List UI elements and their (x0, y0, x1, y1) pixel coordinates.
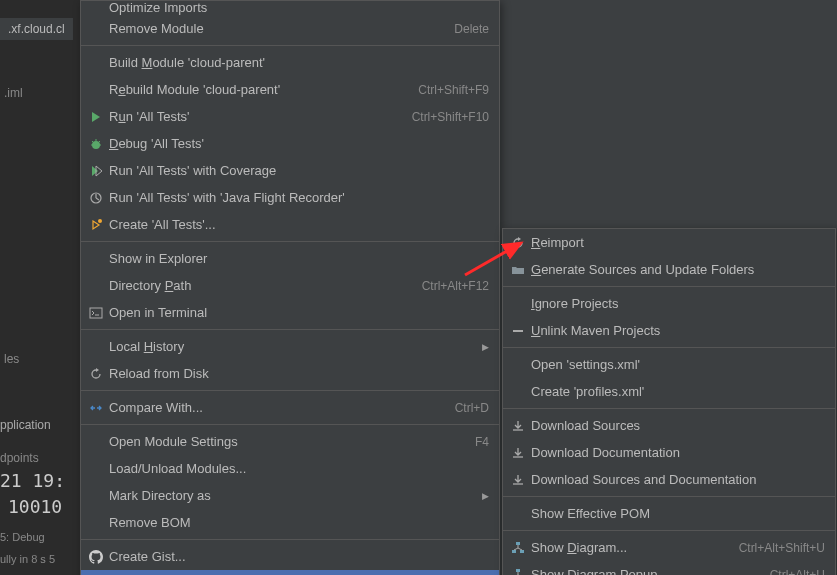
menu-item-label: Run 'All Tests' with 'Java Flight Record… (109, 190, 489, 205)
maven-item-download-documentation[interactable]: Download Documentation (503, 439, 835, 466)
menu-item-mark-directory-as[interactable]: Mark Directory as▶ (81, 482, 499, 509)
blank-icon (87, 278, 105, 294)
tab-label: .xf.cloud.cl (0, 18, 73, 40)
menu-item-label: Local History (109, 339, 474, 354)
menu-item-label: Debug 'All Tests' (109, 136, 489, 151)
create-icon (87, 217, 105, 233)
menu-item-build-module-cloud-parent[interactable]: Build Module 'cloud-parent' (81, 49, 499, 76)
maven-item-create-profiles-xml[interactable]: Create 'profiles.xml' (503, 378, 835, 405)
blank-icon (509, 384, 527, 400)
download-icon (509, 418, 527, 434)
menu-item-label: Reload from Disk (109, 366, 489, 381)
blank-icon (87, 251, 105, 267)
maven-item-show-diagram[interactable]: Show Diagram...Ctrl+Alt+Shift+U (503, 534, 835, 561)
menu-separator (81, 329, 499, 330)
menu-item-label: Create 'All Tests'... (109, 217, 489, 232)
menu-item-maven[interactable]: mMaven▶ (81, 570, 499, 575)
blank-icon (87, 82, 105, 98)
menu-item-create-all-tests[interactable]: Create 'All Tests'... (81, 211, 499, 238)
menu-shortcut: Ctrl+D (455, 401, 489, 415)
maven-item-download-sources-and-documentation[interactable]: Download Sources and Documentation (503, 466, 835, 493)
diagram-icon (509, 540, 527, 556)
menu-separator (81, 539, 499, 540)
menu-shortcut: Ctrl+Alt+F12 (422, 279, 489, 293)
menu-item-label: Open in Terminal (109, 305, 489, 320)
blank-icon (87, 339, 105, 355)
menu-item-show-in-explorer[interactable]: Show in Explorer (81, 245, 499, 272)
menu-item-directory-path[interactable]: Directory PathCtrl+Alt+F12 (81, 272, 499, 299)
menu-item-rebuild-module-cloud-parent[interactable]: Rebuild Module 'cloud-parent'Ctrl+Shift+… (81, 76, 499, 103)
menu-item-label: Open 'settings.xml' (531, 357, 825, 372)
menu-item-remove-module[interactable]: Remove ModuleDelete (81, 15, 499, 42)
menu-item-label: Unlink Maven Projects (531, 323, 825, 338)
blank-icon (87, 461, 105, 477)
menu-item-reload-from-disk[interactable]: Reload from Disk (81, 360, 499, 387)
compare-icon (87, 400, 105, 416)
blank-icon (509, 357, 527, 373)
menu-item-debug-all-tests[interactable]: Debug 'All Tests' (81, 130, 499, 157)
maven-item-ignore-projects[interactable]: Ignore Projects (503, 290, 835, 317)
reload-icon (87, 366, 105, 382)
profiler-icon (87, 190, 105, 206)
menu-item-run-all-tests[interactable]: Run 'All Tests'Ctrl+Shift+F10 (81, 103, 499, 130)
blank-icon (87, 515, 105, 531)
menu-item-label: Mark Directory as (109, 488, 474, 503)
menu-item-compare-with[interactable]: Compare With...Ctrl+D (81, 394, 499, 421)
menu-item-label: Open Module Settings (109, 434, 463, 449)
context-menu[interactable]: Optimize ImportsRemove ModuleDeleteBuild… (80, 0, 500, 575)
svg-line-4 (92, 141, 94, 143)
menu-item-label: Show in Explorer (109, 251, 489, 266)
menu-item-optimize-imports[interactable]: Optimize Imports (81, 1, 499, 15)
menu-item-label: Download Sources and Documentation (531, 472, 825, 487)
menu-item-local-history[interactable]: Local History▶ (81, 333, 499, 360)
maven-item-reimport[interactable]: Reimport (503, 229, 835, 256)
svg-rect-8 (90, 308, 102, 318)
folder-icon (509, 262, 527, 278)
bg-text: .iml (4, 86, 23, 100)
bg-debug: 5: Debug (0, 531, 45, 543)
bg-text: pplication (0, 418, 51, 432)
menu-item-label: Create Gist... (109, 549, 489, 564)
bg-status: ully in 8 s 5 (0, 553, 55, 565)
menu-item-open-in-terminal[interactable]: Open in Terminal (81, 299, 499, 326)
menu-separator (503, 408, 835, 409)
menu-item-open-module-settings[interactable]: Open Module SettingsF4 (81, 428, 499, 455)
menu-item-label: Ignore Projects (531, 296, 825, 311)
debug-icon (87, 136, 105, 152)
maven-item-show-effective-pom[interactable]: Show Effective POM (503, 500, 835, 527)
menu-item-load-unload-modules[interactable]: Load/Unload Modules... (81, 455, 499, 482)
menu-item-label: Rebuild Module 'cloud-parent' (109, 82, 406, 97)
menu-item-label: Reimport (531, 235, 825, 250)
maven-item-unlink-maven-projects[interactable]: Unlink Maven Projects (503, 317, 835, 344)
menu-separator (81, 241, 499, 242)
menu-item-label: Download Sources (531, 418, 825, 433)
maven-item-download-sources[interactable]: Download Sources (503, 412, 835, 439)
menu-item-remove-bom[interactable]: Remove BOM (81, 509, 499, 536)
download-icon (509, 472, 527, 488)
coverage-icon (87, 163, 105, 179)
maven-item-show-diagram-popup[interactable]: Show Diagram Popup...Ctrl+Alt+U (503, 561, 835, 575)
menu-item-label: Remove BOM (109, 515, 489, 530)
menu-item-label: Compare With... (109, 400, 443, 415)
maven-item-open-settings-xml[interactable]: Open 'settings.xml' (503, 351, 835, 378)
menu-separator (81, 424, 499, 425)
menu-item-label: Show Effective POM (531, 506, 825, 521)
menu-shortcut: Delete (454, 22, 489, 36)
submenu-arrow-icon: ▶ (482, 342, 489, 352)
svg-rect-19 (516, 542, 520, 545)
menu-item-label: Remove Module (109, 21, 442, 36)
menu-item-run-all-tests-with-coverage[interactable]: Run 'All Tests' with Coverage (81, 157, 499, 184)
menu-item-create-gist[interactable]: Create Gist... (81, 543, 499, 570)
submenu-arrow-icon: ▶ (482, 491, 489, 501)
menu-item-run-all-tests-with-java-flight-recorder[interactable]: Run 'All Tests' with 'Java Flight Record… (81, 184, 499, 211)
menu-item-label: Show Diagram... (531, 540, 727, 555)
menu-separator (503, 347, 835, 348)
menu-separator (503, 530, 835, 531)
diagram-icon (509, 567, 527, 576)
menu-item-label: Run 'All Tests' with Coverage (109, 163, 489, 178)
bg-text: les (4, 352, 19, 366)
maven-item-generate-sources-and-update-folders[interactable]: Generate Sources and Update Folders (503, 256, 835, 283)
blank-icon (87, 55, 105, 71)
maven-submenu[interactable]: ReimportGenerate Sources and Update Fold… (502, 228, 836, 575)
menu-shortcut: Ctrl+Shift+F9 (418, 83, 489, 97)
